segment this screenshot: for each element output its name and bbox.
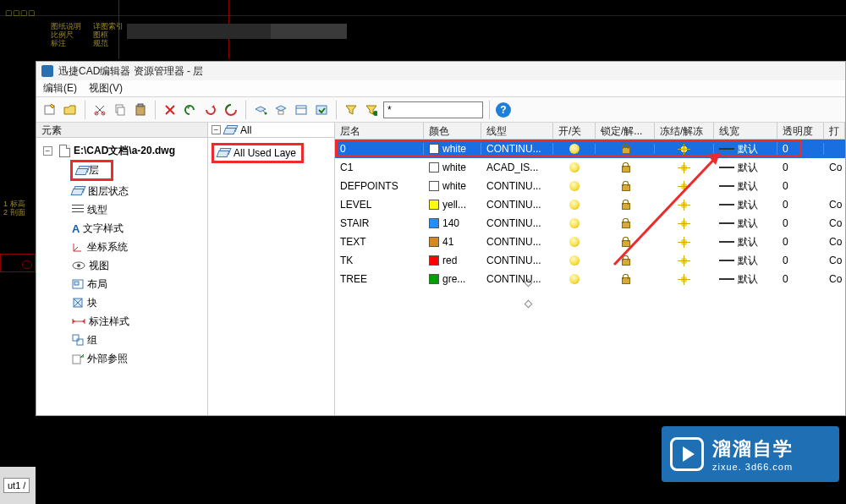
cell-color[interactable]: red (424, 255, 481, 266)
cell-lineweight[interactable]: 默认 (714, 161, 777, 175)
cell-lock[interactable] (596, 237, 655, 247)
col-plot[interactable]: 打 (824, 123, 845, 139)
col-color[interactable]: 颜色 (424, 123, 481, 139)
tree-item-textstyles[interactable]: A文字样式 (72, 220, 207, 237)
cell-onoff[interactable] (553, 237, 596, 247)
cell-linetype[interactable]: CONTINU... (481, 143, 553, 155)
help-button[interactable]: ? (496, 102, 511, 118)
tree-root[interactable]: − E:\CAD文档\a-20.dwg (43, 142, 207, 159)
table-row[interactable]: C1whiteACAD_IS... 默认0Co (335, 158, 845, 177)
tree-item-xref[interactable]: 外部参照 (72, 350, 207, 367)
tree-item-layouts[interactable]: 布局 (72, 276, 207, 293)
cell-transparency[interactable]: 0 (777, 162, 824, 173)
new-layer-button[interactable] (41, 101, 58, 118)
col-linetype[interactable]: 线型 (481, 123, 553, 139)
cell-lock[interactable] (596, 144, 655, 154)
tree-item-dimstyles[interactable]: 标注样式 (72, 313, 207, 330)
cell-plot[interactable]: Co (824, 273, 845, 285)
cell-color[interactable]: white (424, 180, 481, 192)
cell-lineweight[interactable]: 默认 (714, 198, 777, 212)
tree-item-linetypes[interactable]: 线型 (72, 201, 207, 218)
cell-freeze[interactable] (655, 255, 714, 266)
layer-tools-3[interactable] (313, 101, 330, 118)
cell-transparency[interactable]: 0 (777, 255, 824, 266)
cell-color[interactable]: white (424, 143, 481, 155)
tree-item-layer-states[interactable]: 图层状态 (72, 183, 207, 200)
cell-lock[interactable] (596, 274, 655, 284)
cell-linetype[interactable]: ACAD_IS... (481, 162, 553, 173)
layer-tools-2[interactable] (293, 101, 310, 118)
cut-button[interactable] (91, 101, 108, 118)
undo-button[interactable] (182, 101, 199, 118)
cell-plot[interactable]: Co (824, 236, 845, 248)
layout-tab[interactable]: ut1 / (3, 478, 30, 493)
filter-funnel-2[interactable] (363, 101, 380, 118)
col-freeze[interactable]: 冻结/解冻 (655, 123, 714, 139)
copy-button[interactable] (112, 101, 129, 118)
cell-color[interactable]: white (424, 162, 481, 173)
cell-onoff[interactable] (553, 162, 596, 173)
cell-freeze[interactable] (655, 237, 714, 248)
cell-lineweight[interactable]: 默认 (714, 142, 777, 156)
cell-onoff[interactable] (553, 181, 596, 191)
cell-lock[interactable] (596, 200, 655, 210)
cell-linetype[interactable]: CONTINU... (481, 273, 553, 285)
cell-plot[interactable]: Co (824, 217, 845, 229)
tree-item-views[interactable]: 视图 (72, 257, 207, 274)
cell-color[interactable]: 140 (424, 217, 481, 229)
cell-freeze[interactable] (655, 274, 714, 285)
cell-linetype[interactable]: CONTINU... (481, 236, 553, 248)
filter-input[interactable] (383, 101, 483, 118)
cell-lock[interactable] (596, 255, 655, 266)
cell-linetype[interactable]: CONTINU... (481, 217, 553, 229)
cell-plot[interactable]: Co (824, 199, 845, 211)
purge-button[interactable] (202, 101, 219, 118)
regen-button[interactable] (222, 101, 239, 118)
cell-freeze[interactable] (655, 181, 714, 192)
col-transparency[interactable]: 透明度 (777, 123, 824, 139)
cell-lineweight[interactable]: 默认 (714, 179, 777, 194)
cell-onoff[interactable] (553, 144, 596, 154)
cell-lineweight[interactable]: 默认 (714, 272, 777, 287)
col-onoff[interactable]: 开/关 (553, 123, 596, 139)
table-row[interactable]: TEXT41CONTINU... 默认0Co (335, 233, 845, 251)
col-lock[interactable]: 锁定/解... (596, 123, 655, 139)
tree-item-groups[interactable]: 组 (72, 331, 207, 348)
table-row[interactable]: TKredCONTINU... 默认0Co (335, 251, 845, 270)
expander-icon[interactable]: − (43, 146, 52, 156)
cell-lock[interactable] (596, 181, 655, 191)
layer-state-button[interactable] (252, 101, 269, 118)
delete-button[interactable] (162, 101, 179, 118)
cell-transparency[interactable]: 0 (777, 199, 824, 211)
cell-lineweight[interactable]: 默认 (714, 235, 777, 249)
open-button[interactable] (62, 101, 79, 118)
cell-freeze[interactable] (655, 144, 714, 155)
table-row[interactable]: 0whiteCONTINU... 默认0 (335, 140, 845, 158)
table-row[interactable]: STAIR140CONTINU... 默认0Co (335, 214, 845, 233)
element-tree[interactable]: − E:\CAD文档\a-20.dwg 层 图层状态 线型 A文字样式 坐标系统… (36, 138, 207, 415)
cell-lock[interactable] (596, 218, 655, 228)
cell-onoff[interactable] (553, 200, 596, 210)
filter-header[interactable]: − All (208, 123, 334, 138)
cell-transparency[interactable]: 0 (777, 236, 824, 248)
cell-lineweight[interactable]: 默认 (714, 254, 777, 268)
menu-view[interactable]: 视图(V) (89, 81, 123, 96)
cell-lineweight[interactable]: 默认 (714, 216, 777, 231)
table-row[interactable]: TREEgre...CONTINU... 默认0Co (335, 270, 845, 288)
cell-transparency[interactable]: 0 (777, 143, 824, 155)
cell-lock[interactable] (596, 162, 655, 173)
paste-button[interactable] (132, 101, 149, 118)
cell-freeze[interactable] (655, 200, 714, 211)
tree-item-label[interactable]: 层 (89, 163, 99, 178)
cell-linetype[interactable]: CONTINU... (481, 255, 553, 266)
cell-onoff[interactable] (553, 218, 596, 228)
table-row[interactable]: DEFPOINTSwhiteCONTINU... 默认0 (335, 177, 845, 195)
cell-transparency[interactable]: 0 (777, 273, 824, 285)
layer-tools-1[interactable] (272, 101, 289, 118)
cell-onoff[interactable] (553, 274, 596, 284)
cell-freeze[interactable] (655, 218, 714, 229)
cell-transparency[interactable]: 0 (777, 180, 824, 192)
cell-color[interactable]: yell... (424, 199, 481, 211)
table-row[interactable]: LEVELyell...CONTINU... 默认0Co (335, 195, 845, 214)
filter-funnel-1[interactable] (343, 101, 360, 118)
